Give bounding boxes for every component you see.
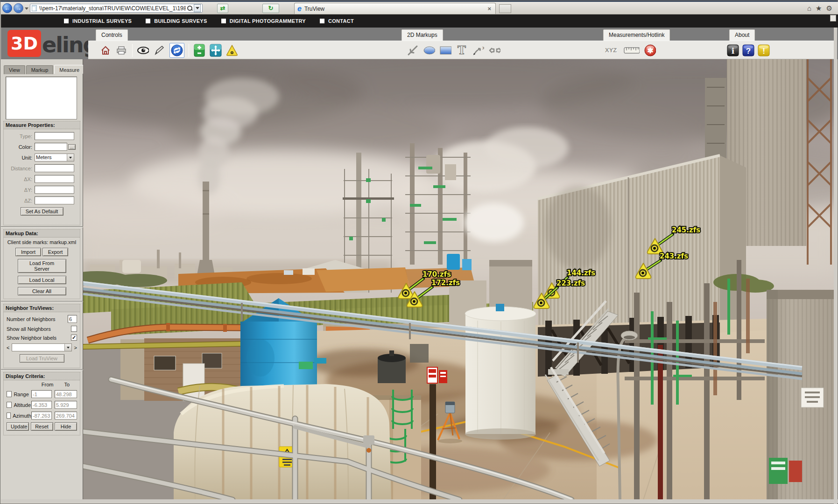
group-title: Display Criteria: [4,372,80,380]
help-icon[interactable]: ? [742,44,754,56]
prev-neighbor-button[interactable]: < [7,345,9,350]
color-picker-button[interactable]: ... [68,144,76,150]
export-button[interactable]: Export [42,248,68,256]
range-from-field[interactable] [31,390,52,398]
hotlink-arrows-icon[interactable] [488,44,500,56]
altitude-from-field[interactable] [31,401,52,409]
text-markup-icon[interactable]: T [456,44,468,56]
app-header: 3D eling Controls 2D Markups Measurement… [1,28,838,59]
address-bar[interactable]: \\pem-17\materialy_stona\TRUVIEW\COWIE\L… [30,4,203,13]
home-view-icon[interactable] [99,44,112,56]
nav-contact[interactable]: CONTACT [320,18,354,24]
range-to-field[interactable] [55,390,77,398]
hide-button[interactable]: Hide [55,422,77,431]
ruler-icon[interactable] [624,44,640,56]
type-label: Type: [7,133,35,139]
azimuth-to-field[interactable] [55,412,77,420]
markup-pen-icon[interactable] [153,44,165,56]
truview-marker-label[interactable]: 223.zfs [556,279,585,287]
forward-button[interactable]: → [14,3,23,13]
chevron-down-icon[interactable] [67,154,74,161]
import-button[interactable]: Import [15,248,41,256]
toolbar-strip: T x XYZXYZ ✱ i ? [88,41,835,59]
visibility-eye-icon[interactable] [137,44,149,56]
pan-icon[interactable] [210,44,222,56]
next-neighbor-button[interactable]: > [74,345,77,350]
nav-digital-photogrammetry[interactable]: DIGITAL PHOTOGRAMMETRY [221,18,306,24]
panel-tab-controls: Controls [96,29,128,41]
compatibility-button[interactable]: ⇄ [217,4,228,13]
scrollbar-up-button[interactable] [830,15,836,21]
ellipse-markup-icon[interactable] [423,44,435,56]
from-column-label: From [38,382,57,387]
measure-list[interactable] [6,77,77,119]
panel-tab-2d-markups: 2D Markups [401,29,443,41]
xyz-coordinates-icon[interactable]: XYZXYZ [605,44,620,56]
show-neighbor-labels-checkbox[interactable]: ✓ [71,335,77,341]
reset-button[interactable]: Reset [31,422,53,431]
tab-measure[interactable]: Measure [54,65,85,74]
update-button[interactable]: Update [7,422,29,431]
load-from-server-button[interactable]: Load From Server [18,259,66,273]
distance-field [35,164,74,172]
clear-all-button[interactable]: Clear All [18,287,66,295]
ie-icon: e [297,5,302,13]
tab-markup[interactable]: Markup [26,65,54,74]
truview-marker-label[interactable]: 245.zfs [672,226,700,234]
altitude-to-field[interactable] [55,401,77,409]
azimuth-checkbox[interactable] [7,413,11,419]
truview-panorama-viewport[interactable]: 245.zfs243.zfs144.zfs223.zfs170.zfs172.z… [83,59,835,500]
history-dropdown-icon[interactable] [25,7,28,10]
load-local-button[interactable]: Load Local [18,276,66,284]
new-tab-button[interactable] [499,4,511,13]
hotspot-asterisk-icon[interactable]: ✱ [644,44,656,56]
neighbor-marker-icon[interactable] [226,44,238,56]
sidebar: View Markup Measure Measure Properties: … [1,59,83,500]
print-icon[interactable] [116,44,128,56]
tab-view[interactable]: View [4,65,25,74]
divider [1,226,83,227]
show-all-neighbors-checkbox[interactable] [71,326,77,332]
logo-red-box: 3D [7,30,41,57]
unit-select[interactable]: Meters [35,154,74,161]
refresh-view-icon[interactable] [169,43,184,58]
refresh-button[interactable]: ↻ [262,4,279,13]
page-scrollbar[interactable] [834,28,837,504]
nav-building-surveys[interactable]: BUILDING SURVEYS [146,18,207,24]
truview-marker-label[interactable]: 170.zfs [423,270,451,279]
nav-square-icon [320,19,324,23]
delete-markup-icon[interactable]: x [472,44,484,56]
neighbor-count-field[interactable] [68,315,77,323]
back-button[interactable]: ← [2,3,12,13]
display-criteria-group: Display Criteria: From To Range Altitude… [3,372,80,435]
warning-icon[interactable]: ! [758,44,770,56]
favorites-star-icon[interactable]: ★ [816,4,822,13]
rectangle-markup-icon[interactable] [439,44,451,56]
svg-text:✱: ✱ [647,47,653,55]
browser-tab-truview[interactable]: e TruView × [294,3,496,14]
color-field[interactable] [35,143,67,151]
truview-marker-label[interactable]: 243.zfs [660,252,688,260]
nav-square-icon [64,19,69,23]
tab-close-icon[interactable]: × [486,5,493,12]
chevron-down-icon[interactable] [64,344,71,351]
show-neighbor-labels-label: Show Neighbor labels [7,335,56,341]
altitude-checkbox[interactable] [7,402,12,408]
info-icon[interactable]: i [727,44,739,56]
url-text[interactable]: \\pem-17\materialy_stona\TRUVIEW\COWIE\L… [39,5,186,12]
zoom-icon[interactable] [193,44,205,56]
nav-industrial-surveys[interactable]: INDUSTRIAL SURVEYS [64,18,132,24]
to-column-label: To [57,382,77,387]
red-sign [789,461,802,482]
home-icon[interactable]: ⌂ [807,4,811,13]
truview-marker-label[interactable]: 172.zfs [431,279,460,287]
azimuth-from-field[interactable] [31,412,52,420]
set-as-default-button[interactable]: Set As Default [21,207,63,216]
truview-marker-label[interactable]: 144.zfs [567,269,595,277]
leader-arrow-icon[interactable] [407,44,419,56]
search-icon[interactable] [187,5,193,11]
neighbor-select[interactable] [12,343,71,351]
range-checkbox[interactable] [7,391,12,397]
settings-gear-icon[interactable]: ⚙ [826,4,832,13]
address-dropdown-button[interactable] [194,4,201,12]
